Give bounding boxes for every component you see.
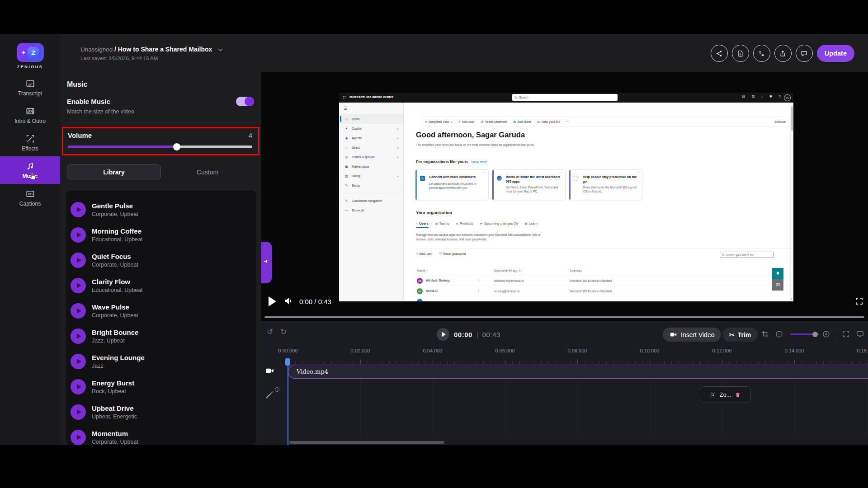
- m365-nav-teams-groups[interactable]: ◎ Teams & groups∨: [339, 152, 403, 162]
- m365-user-row[interactable]: AG Aruna G. ⋮ aruna.g@zenious.ai Microso…: [415, 286, 790, 296]
- m365-user-row[interactable]: AS Abhilash Swarup ⋮ abhilash.m@zenious.…: [415, 276, 790, 286]
- m365-action-reset-password[interactable]: ↺ Reset password: [439, 252, 466, 255]
- track-play-button[interactable]: [71, 202, 86, 217]
- track-play-button[interactable]: [71, 278, 86, 293]
- video-seekbar[interactable]: [264, 316, 864, 318]
- tab-library[interactable]: Library: [67, 164, 161, 179]
- hamburger-icon[interactable]: ☰: [344, 106, 347, 111]
- m365-org-tab-users[interactable]: ○ Users: [416, 221, 429, 228]
- music-track-item[interactable]: Momentum Corporate, Upbeat: [66, 425, 256, 445]
- m365-topbar-icon[interactable]: ▤: [742, 94, 745, 99]
- track-play-button[interactable]: [71, 328, 86, 344]
- volume-slider-thumb[interactable]: [173, 143, 180, 150]
- m365-nav-show-all[interactable]: ⋯ Show all: [339, 206, 403, 215]
- zoom-in-button[interactable]: [822, 330, 830, 338]
- undo-button[interactable]: ↺: [267, 327, 273, 337]
- more-options-icon[interactable]: ⋯: [482, 171, 486, 174]
- music-track-item[interactable]: Evening Lounge Jazz: [66, 349, 256, 374]
- track-play-button[interactable]: [71, 303, 86, 319]
- m365-nav-home[interactable]: ⌂ Home: [339, 114, 403, 124]
- tab-custom[interactable]: Custom: [161, 164, 254, 179]
- m365-users-search[interactable]: Search your users list: [720, 252, 774, 258]
- m365-nav-users[interactable]: ○ Users∨: [339, 143, 403, 152]
- m365-toolbar-add-team[interactable]: ⊞Add team: [513, 120, 531, 124]
- player-volume-button[interactable]: [283, 296, 294, 306]
- m365-topbar-icon[interactable]: ◌: [761, 94, 763, 99]
- m365-col-username[interactable]: Username for sign-in: [494, 269, 521, 272]
- m365-col-name[interactable]: Name ↑: [417, 269, 427, 272]
- music-track-item[interactable]: Gentle Pulse Corporate, Upbeat: [66, 197, 256, 222]
- m365-topbar-icon[interactable]: ⊡: [751, 94, 755, 99]
- playhead-handle[interactable]: [285, 358, 290, 366]
- timeline-zoom-thumb[interactable]: [812, 332, 818, 337]
- insert-video-button[interactable]: Insert Video: [663, 328, 721, 342]
- scroll-down-arrow-icon[interactable]: ▼: [790, 298, 793, 300]
- music-track-item[interactable]: Clarity Flow Educational, Upbeat: [66, 273, 256, 298]
- timeline-ruler[interactable]: 0:00.0000:02.0000:04.0000:06.0000:08.000…: [261, 346, 868, 364]
- m365-nav-setup[interactable]: ✎ Setup: [339, 181, 403, 190]
- volume-slider[interactable]: [68, 145, 252, 148]
- m365-org-tab-upcoming-changes-5-[interactable]: ⇄ Upcoming changes (5): [480, 221, 518, 228]
- scrollbar-vertical[interactable]: [790, 103, 793, 301]
- sidebar-item-transcript[interactable]: Transcript: [0, 74, 60, 101]
- m365-nav-agents[interactable]: ◆ Agents∨: [339, 133, 403, 143]
- music-track-item[interactable]: Quiet Focus Corporate, Upbeat: [66, 248, 256, 273]
- m365-nav-copilot[interactable]: ✦ Copilot∨: [339, 124, 403, 133]
- timeline-play-button[interactable]: [437, 328, 449, 341]
- timeline-zoom-slider[interactable]: [790, 333, 819, 335]
- help-bulb-button[interactable]: [772, 268, 783, 279]
- breadcrumb[interactable]: Unassigned / How to Share a Shared Mailb…: [80, 46, 221, 53]
- fit-view-button[interactable]: [842, 330, 850, 338]
- row-more-icon[interactable]: ⋮: [477, 278, 480, 282]
- show-more-link[interactable]: Show more: [471, 160, 487, 164]
- crop-tool-button[interactable]: [761, 330, 769, 338]
- m365-toolbar-more[interactable]: ⋯: [566, 120, 569, 123]
- player-play-button[interactable]: [269, 296, 276, 306]
- zoom-effect-chip[interactable]: Zo...: [700, 386, 751, 403]
- more-options-icon[interactable]: ⋯: [559, 171, 562, 174]
- update-button[interactable]: Update: [817, 45, 854, 62]
- m365-card[interactable]: ⋯ Help people stay productive on the go …: [569, 169, 642, 200]
- track-play-button[interactable]: [71, 227, 86, 243]
- chevron-down-icon[interactable]: [218, 47, 223, 51]
- music-track-item[interactable]: Morning Coffee Educational, Upbeat: [66, 222, 256, 248]
- player-fullscreen-button[interactable]: [854, 296, 864, 306]
- m365-avatar[interactable]: VG: [784, 94, 791, 101]
- trim-button[interactable]: ✂ Trim: [722, 328, 758, 342]
- music-track-item[interactable]: Energy Burst Rock, Upbeat: [66, 374, 256, 399]
- m365-col-licenses[interactable]: Licenses: [570, 269, 582, 272]
- zoom-out-button[interactable]: [775, 330, 783, 338]
- panel-collapse-handle[interactable]: ◀: [261, 242, 272, 283]
- export-button[interactable]: [774, 45, 792, 62]
- enable-music-toggle[interactable]: [236, 97, 254, 106]
- track-play-button[interactable]: [71, 430, 86, 445]
- m365-nav-customize-navigation[interactable]: ✎ Customize navigation: [339, 196, 403, 206]
- track-play-button[interactable]: [71, 354, 86, 369]
- comment-button[interactable]: [796, 45, 813, 62]
- m365-card[interactable]: ⋯ Install or share the latest Microsoft …: [492, 169, 566, 200]
- scrollbar-thumb[interactable]: [791, 106, 793, 131]
- document-button[interactable]: [732, 45, 749, 62]
- timeline-video-clip[interactable]: Video.mp4: [288, 365, 868, 379]
- music-track-item[interactable]: Upbeat Drive Upbeat, Energetic: [66, 399, 256, 425]
- feedback-comment-button[interactable]: [772, 279, 783, 291]
- music-track-item[interactable]: Wave Pulse Corporate, Upbeat: [66, 298, 256, 324]
- redo-button[interactable]: ↻: [280, 327, 287, 337]
- track-play-button[interactable]: [71, 404, 86, 420]
- sidebar-item-captions[interactable]: CC Captions: [0, 184, 60, 211]
- more-options-icon[interactable]: ⋯: [636, 171, 639, 174]
- track-play-button[interactable]: [71, 253, 86, 268]
- share-button[interactable]: [711, 45, 728, 62]
- music-track-item[interactable]: Bright Bounce Jazz, Upbeat: [66, 324, 256, 349]
- m365-org-tab-teams[interactable]: ◍ Teams: [435, 221, 449, 228]
- m365-nav-marketplace[interactable]: ▣ Marketplace: [339, 162, 403, 171]
- m365-user-row-partial[interactable]: [415, 296, 790, 301]
- m365-toolbar-view-your-bill[interactable]: ▭View your bill: [537, 120, 560, 124]
- m365-topbar-icon[interactable]: ?: [779, 94, 781, 99]
- m365-toolbar-add-user[interactable]: +Add user: [458, 120, 474, 124]
- sidebar-item-intro-outro[interactable]: Intro & Outro: [0, 101, 60, 129]
- m365-action-add-user[interactable]: + Add user: [416, 252, 432, 255]
- m365-card[interactable]: ⋯ b Connect with more customers Let cust…: [415, 169, 489, 200]
- waffle-menu-icon[interactable]: [343, 96, 346, 99]
- m365-nav-billing[interactable]: ▤ Billing∨: [339, 171, 403, 181]
